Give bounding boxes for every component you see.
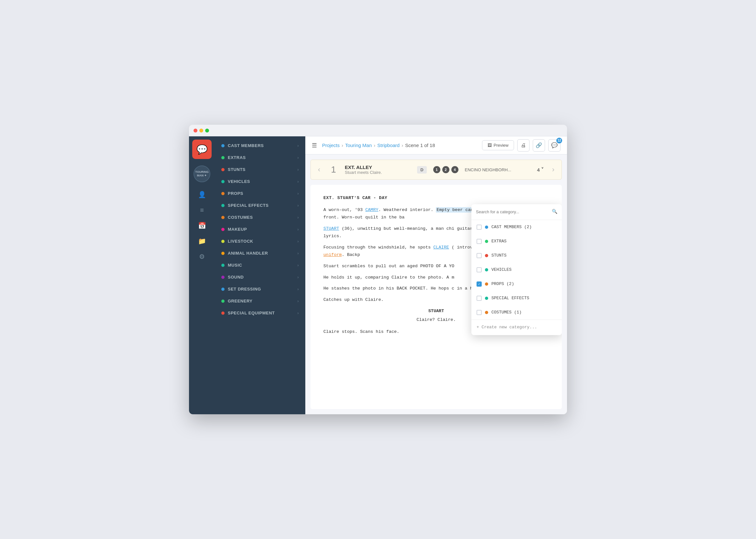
category-search[interactable]: 🔍 xyxy=(471,204,562,220)
dp-checkbox-vehicles[interactable] xyxy=(477,267,482,272)
preview-button[interactable]: 🖼 Preview xyxy=(482,140,514,150)
dp-checkbox-costumes[interactable] xyxy=(477,310,482,315)
main-content: ☰ Projects › Touring Man › Stripboard › … xyxy=(305,136,567,414)
nav-label-extras: EXTRAS xyxy=(228,155,246,160)
nav-item-costumes[interactable]: COSTUMES › xyxy=(215,211,305,223)
nav-item-left-special-equipment: SPECIAL EQUIPMENT xyxy=(221,311,275,315)
project-avatar[interactable]: TOURINGMAN ✦ xyxy=(193,165,210,182)
nav-dot-makeup xyxy=(221,228,225,231)
nav-item-greenery[interactable]: GREENERY › xyxy=(215,295,305,307)
title-bar xyxy=(189,125,567,136)
nav-label-stunts: STUNTS xyxy=(228,167,246,172)
dp-item-special-effects[interactable]: SPECIAL EFFECTS xyxy=(471,291,562,305)
nav-item-animal-handler[interactable]: ANIMAL HANDLER › xyxy=(215,247,305,259)
nav-item-set-dressing[interactable]: SET DRESSING › xyxy=(215,283,305,295)
script-para1-mid: . Weathered interior. xyxy=(378,207,436,212)
top-bar-left: ☰ Projects › Touring Man › Stripboard › … xyxy=(312,142,435,149)
nav-label-props: PROPS xyxy=(228,191,243,196)
people-icon-btn[interactable]: 👤 xyxy=(193,188,210,202)
chevron-right-icon-music: › xyxy=(298,263,299,268)
breadcrumb-sep-3: › xyxy=(402,142,403,148)
nav-item-left-vehicles: VEHICLES xyxy=(221,179,250,184)
breadcrumb-scene: Scene 1 of 18 xyxy=(405,142,435,148)
scene-page-dot: 2 xyxy=(442,166,449,173)
dp-dot-stunts xyxy=(485,254,488,257)
dp-item-props[interactable]: PROPS (2) xyxy=(471,277,562,291)
dp-checkbox-extras[interactable] xyxy=(477,239,482,244)
script-para3-before: Focusing through the windshield, he spot… xyxy=(323,245,433,250)
comments-icon: 💬 xyxy=(551,142,558,148)
print-button[interactable]: 🖨 xyxy=(517,139,530,152)
next-scene-button[interactable]: › xyxy=(550,165,556,174)
breadcrumb: Projects › Touring Man › Stripboard › Sc… xyxy=(322,142,435,148)
calendar-icon: 📅 xyxy=(198,222,206,229)
breadcrumb-sep-2: › xyxy=(374,142,375,148)
dp-dot-special-effects xyxy=(485,297,488,300)
dp-label-costumes: COSTUMES (1) xyxy=(491,309,522,316)
dp-item-vehicles[interactable]: VEHICLES xyxy=(471,263,562,277)
prev-scene-button[interactable]: ‹ xyxy=(316,165,322,174)
logo-button[interactable]: 💬 xyxy=(192,140,212,159)
nav-dot-greenery xyxy=(221,300,225,303)
dp-item-costumes[interactable]: COSTUMES (1) xyxy=(471,305,562,320)
settings-icon-btn[interactable]: ⚙ xyxy=(193,250,210,264)
hamburger-menu-icon[interactable]: ☰ xyxy=(312,142,317,149)
nav-item-cast-members[interactable]: CAST MEMBERS › xyxy=(215,140,305,152)
camry-link[interactable]: CAMRY xyxy=(365,207,379,212)
dp-checkbox-special-effects[interactable] xyxy=(477,296,482,301)
scene-info: EXT. ALLEY Stuart meets Claire. xyxy=(345,165,411,175)
nav-dot-props xyxy=(221,192,225,195)
dp-item-cast-members[interactable]: CAST MEMBERS (2) xyxy=(471,220,562,234)
nav-item-livestock[interactable]: LIVESTOCK › xyxy=(215,235,305,247)
scene-page-dot: 1 xyxy=(433,166,440,173)
dp-checkbox-cast-members[interactable] xyxy=(477,225,482,230)
dp-checkbox-stunts[interactable] xyxy=(477,253,482,258)
dp-checkbox-props[interactable] xyxy=(477,281,482,287)
minimize-button[interactable] xyxy=(199,129,203,132)
link-button[interactable]: 🔗 xyxy=(533,139,545,152)
script-area: EXT. STUART'S CAR - DAY A worn-out, '93 … xyxy=(311,185,562,409)
close-button[interactable] xyxy=(193,129,197,132)
claire-link[interactable]: CLAIRE xyxy=(433,245,449,250)
chevron-right-icon-sound: › xyxy=(298,275,299,279)
breadcrumb-view[interactable]: Stripboard xyxy=(377,142,400,148)
scene-location: ENCINO NEIGHBORH... xyxy=(465,167,531,172)
breadcrumb-project[interactable]: Touring Man xyxy=(345,142,372,148)
dp-label-cast-members: CAST MEMBERS (2) xyxy=(491,224,532,231)
list-icon-btn[interactable]: ≡ xyxy=(193,203,210,217)
folder-icon-btn[interactable]: 📁 xyxy=(193,234,210,248)
nav-dot-extras xyxy=(221,156,225,159)
comments-button[interactable]: 💬 12 xyxy=(548,139,561,152)
nav-label-costumes: COSTUMES xyxy=(228,215,253,220)
traffic-lights xyxy=(193,129,209,132)
stuart-link[interactable]: STUART xyxy=(323,226,339,231)
nav-panel: CAST MEMBERS › EXTRAS › STUNTS › VEHICLE… xyxy=(215,136,305,414)
calendar-icon-btn[interactable]: 📅 xyxy=(193,218,210,233)
breadcrumb-projects[interactable]: Projects xyxy=(322,142,340,148)
scene-pages: 124 xyxy=(433,166,458,173)
nav-item-sound[interactable]: SOUND › xyxy=(215,271,305,283)
nav-item-stunts[interactable]: STUNTS › xyxy=(215,164,305,176)
dp-label-stunts: STUNTS xyxy=(491,252,506,259)
nav-label-set-dressing: SET DRESSING xyxy=(228,287,261,291)
nav-item-vehicles[interactable]: VEHICLES › xyxy=(215,176,305,188)
dp-label-extras: EXTRAS xyxy=(491,238,506,245)
nav-dot-vehicles xyxy=(221,180,225,183)
nav-item-music[interactable]: MUSIC › xyxy=(215,259,305,271)
nav-item-special-equipment[interactable]: SPECIAL EQUIPMENT › xyxy=(215,307,305,319)
nav-dot-costumes xyxy=(221,216,225,219)
settings-icon: ⚙ xyxy=(199,253,205,261)
create-category-button[interactable]: + Create new category... xyxy=(471,320,562,335)
chevron-right-icon-livestock: › xyxy=(298,239,299,244)
nav-item-extras[interactable]: EXTRAS › xyxy=(215,152,305,164)
dp-item-stunts[interactable]: STUNTS xyxy=(471,249,562,263)
nav-item-props[interactable]: PROPS › xyxy=(215,188,305,199)
maximize-button[interactable] xyxy=(205,129,209,132)
top-bar: ☰ Projects › Touring Man › Stripboard › … xyxy=(305,136,567,154)
nav-item-makeup[interactable]: MAKEUP › xyxy=(215,223,305,235)
dp-item-extras[interactable]: EXTRAS xyxy=(471,234,562,249)
link-icon: 🔗 xyxy=(536,142,542,148)
nav-item-left-props: PROPS xyxy=(221,191,243,196)
category-search-input[interactable] xyxy=(476,209,549,214)
nav-item-special-effects[interactable]: SPECIAL EFFECTS › xyxy=(215,199,305,211)
